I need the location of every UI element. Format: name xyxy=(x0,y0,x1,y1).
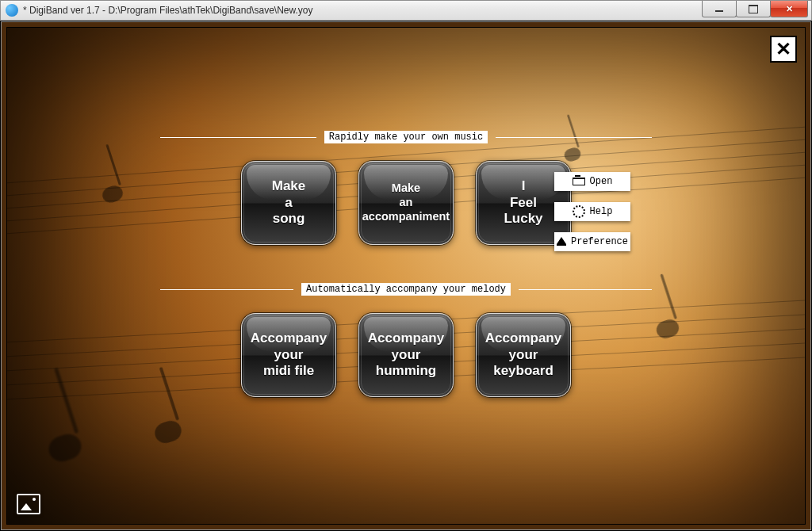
accompany-keyboard-button[interactable]: Accompany your keyboard xyxy=(476,313,571,397)
app-area: ✕ Rapidly make your own music Make a son… xyxy=(1,21,811,530)
background-image: ✕ Rapidly make your own music Make a son… xyxy=(6,27,806,525)
section-label-make: Rapidly make your own music xyxy=(324,131,488,143)
tile-label: Make an accompaniment xyxy=(358,181,454,223)
tile-label: Accompany your keyboard xyxy=(481,330,566,380)
window-minimize-button[interactable] xyxy=(702,1,737,17)
accompany-midi-file-button[interactable]: Accompany your midi file xyxy=(241,313,336,397)
tile-row-make: Make a song Make an accompaniment I Feel… xyxy=(241,161,571,245)
help-label: Help xyxy=(590,206,613,217)
window-title: * DigiBand ver 1.7 - D:\Program Files\at… xyxy=(23,5,313,16)
decor-note xyxy=(45,430,84,464)
help-icon xyxy=(573,205,585,218)
app-icon xyxy=(6,4,18,17)
decor-rule xyxy=(160,137,316,138)
open-icon xyxy=(573,178,585,185)
preference-icon xyxy=(557,237,566,244)
decor-rule xyxy=(496,137,652,138)
help-button[interactable]: Help xyxy=(554,202,630,221)
side-button-group: Open Help Preference xyxy=(554,172,630,251)
overlay-close-button[interactable]: ✕ xyxy=(770,36,797,63)
open-label: Open xyxy=(590,176,613,187)
tile-label: Accompany your humming xyxy=(363,330,449,380)
window-maximize-button[interactable] xyxy=(736,1,771,17)
start-menu: Rapidly make your own music Make a song … xyxy=(7,131,805,397)
decor-rule xyxy=(519,289,652,290)
window-titlebar: * DigiBand ver 1.7 - D:\Program Files\at… xyxy=(0,0,812,21)
make-a-song-button[interactable]: Make a song xyxy=(241,161,336,245)
background-picture-button[interactable] xyxy=(17,494,40,514)
open-button[interactable]: Open xyxy=(554,172,630,191)
section-label-accompany: Automatically accompany your melody xyxy=(301,283,511,296)
window-controls xyxy=(703,1,808,17)
window-close-button[interactable] xyxy=(770,1,808,17)
tile-row-accompany: Accompany your midi file Accompany your … xyxy=(241,313,571,397)
tile-label: I Feel Lucky xyxy=(499,178,547,227)
preference-label: Preference xyxy=(571,236,628,247)
decor-note xyxy=(152,418,184,445)
accompany-humming-button[interactable]: Accompany your humming xyxy=(358,313,454,397)
section-header-accompany: Automatically accompany your melody xyxy=(160,283,652,296)
tile-label: Make a song xyxy=(267,178,311,227)
preference-button[interactable]: Preference xyxy=(554,232,630,251)
make-an-accompaniment-button[interactable]: Make an accompaniment xyxy=(358,161,454,245)
decor-rule xyxy=(160,289,293,290)
section-header-make: Rapidly make your own music xyxy=(160,131,652,143)
tile-label: Accompany your midi file xyxy=(246,330,331,380)
